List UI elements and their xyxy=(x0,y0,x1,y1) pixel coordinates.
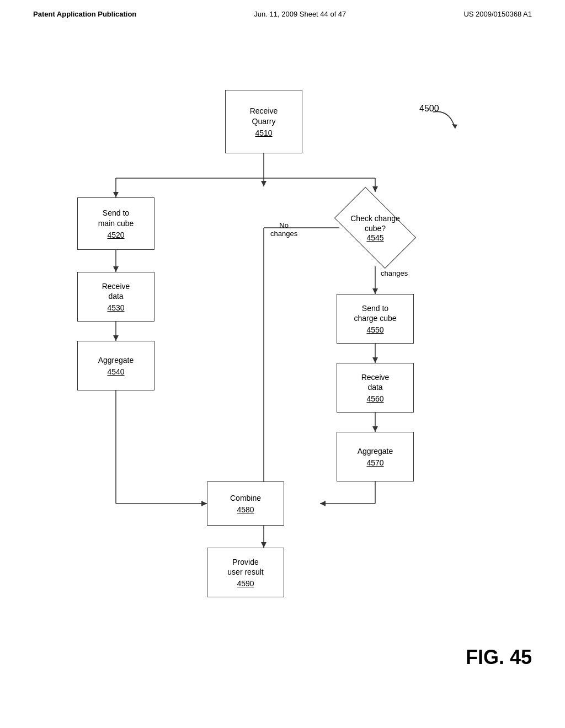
page-header: Patent Application Publication Jun. 11, … xyxy=(0,0,565,24)
svg-marker-19 xyxy=(372,288,378,294)
combine-label: Combine xyxy=(230,493,261,503)
receive-quarry-box: ReceiveQuarry 4510 xyxy=(225,90,302,153)
receive-data-2-label: Receivedata xyxy=(361,372,390,392)
header-right: US 2009/0150368 A1 xyxy=(463,10,532,18)
svg-marker-4 xyxy=(113,192,119,197)
svg-marker-21 xyxy=(372,357,378,363)
svg-marker-26 xyxy=(320,501,326,506)
aggregate-1-number: 4540 xyxy=(107,367,124,376)
svg-marker-7 xyxy=(372,186,378,192)
receive-data-2-box: Receivedata 4560 xyxy=(337,363,414,413)
send-charge-cube-label: Send tocharge cube xyxy=(354,303,396,323)
header-center: Jun. 11, 2009 Sheet 44 of 47 xyxy=(254,10,346,18)
aggregate-2-box: Aggregate 4570 xyxy=(337,432,414,481)
svg-marker-1 xyxy=(261,181,266,186)
check-change-cube-number: 4545 xyxy=(366,233,383,242)
svg-marker-9 xyxy=(113,266,119,272)
provide-user-result-box: Provideuser result 4590 xyxy=(207,548,284,597)
receive-data-1-number: 4530 xyxy=(107,303,124,312)
changes-label: changes xyxy=(381,269,408,277)
receive-data-1-box: Receivedata 4530 xyxy=(77,272,154,322)
send-charge-cube-box: Send tocharge cube 4550 xyxy=(337,294,414,344)
check-change-cube-diamond: Check changecube? 4545 xyxy=(326,192,425,264)
provide-user-result-label: Provideuser result xyxy=(227,557,263,577)
aggregate-1-label: Aggregate xyxy=(98,355,134,365)
send-charge-cube-number: 4550 xyxy=(366,325,383,334)
receive-data-2-number: 4560 xyxy=(366,394,383,403)
header-left: Patent Application Publication xyxy=(33,10,136,18)
receive-quarry-label: ReceiveQuarry xyxy=(250,106,278,126)
ref-arrow xyxy=(428,106,461,134)
receive-quarry-number: 4510 xyxy=(255,129,272,137)
send-main-cube-number: 4520 xyxy=(107,231,124,239)
svg-marker-23 xyxy=(372,426,378,432)
provide-user-result-number: 4590 xyxy=(237,579,254,588)
svg-marker-28 xyxy=(261,542,266,548)
no-changes-label: Nochanges xyxy=(270,221,297,238)
send-main-cube-box: Send tomain cube 4520 xyxy=(77,197,154,250)
aggregate-2-label: Aggregate xyxy=(358,446,393,456)
svg-marker-14 xyxy=(201,501,207,506)
aggregate-1-box: Aggregate 4540 xyxy=(77,341,154,390)
fig-label: FIG. 45 xyxy=(466,646,532,669)
diagram-container: ReceiveQuarry 4510 4500 Send tomain cube… xyxy=(0,24,565,713)
receive-data-1-label: Receivedata xyxy=(102,281,130,301)
check-change-cube-label: Check changecube? xyxy=(350,213,400,233)
combine-number: 4580 xyxy=(237,505,254,514)
send-main-cube-label: Send tomain cube xyxy=(98,208,134,228)
svg-marker-11 xyxy=(113,335,119,341)
combine-box: Combine 4580 xyxy=(207,481,284,526)
aggregate-2-number: 4570 xyxy=(366,458,383,467)
